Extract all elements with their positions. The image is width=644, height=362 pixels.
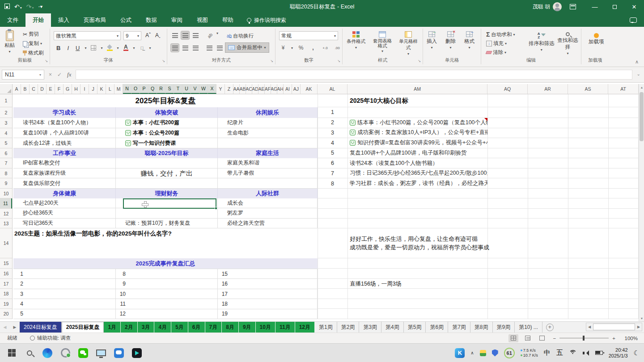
zoom-level[interactable]: 100% xyxy=(621,336,638,341)
taskbar-icon[interactable] xyxy=(128,344,146,362)
goal-row[interactable]: 6 读书24本（读复盘100个人物书籍） xyxy=(318,158,639,168)
section-header[interactable]: 家庭生活 xyxy=(218,148,318,158)
sheet-tab[interactable]: 8月 xyxy=(222,322,239,333)
cell[interactable]: 七点早起200天 xyxy=(13,198,116,208)
grow-font-button[interactable]: Aˆ xyxy=(144,31,152,39)
clipboard-dialog-launcher[interactable]: ↘ xyxy=(45,59,48,63)
vertical-scroll-thumb[interactable] xyxy=(640,92,644,141)
row-header[interactable]: 18 xyxy=(0,289,12,299)
cell[interactable] xyxy=(116,208,218,218)
sheet-tab[interactable]: 4月 xyxy=(154,322,171,333)
column-header[interactable]: E xyxy=(47,84,55,94)
sheet-tab[interactable]: 3月 xyxy=(138,322,155,333)
cell[interactable]: 读书24本（复盘100个人物） xyxy=(13,118,116,128)
tray-expand-icon[interactable]: ∧ xyxy=(470,350,474,355)
taskbar-icon[interactable] xyxy=(74,344,92,362)
decrease-decimal-button[interactable]: .00 xyxy=(333,44,341,52)
align-middle-button[interactable] xyxy=(181,31,189,39)
column-header[interactable]: W xyxy=(199,84,208,94)
font-dialog-launcher[interactable]: ↘ xyxy=(162,59,165,63)
insert-cells-button[interactable]: ← 插入▾ xyxy=(425,30,439,51)
cpu-temp-indicator[interactable]: 61 xyxy=(504,348,515,358)
column-header[interactable]: Y xyxy=(216,84,225,94)
phonetic-button[interactable]: 변̲ xyxy=(138,44,146,52)
sheet-tab[interactable]: 7月 xyxy=(205,322,222,333)
cell[interactable]: IP创富私教交付 xyxy=(13,158,116,168)
paste-button[interactable]: 粘贴▾ xyxy=(3,29,17,55)
cell[interactable]: 本事：小红书200篇 xyxy=(116,118,218,128)
column-header[interactable]: P xyxy=(140,84,148,94)
cell[interactable]: 3 xyxy=(13,289,116,299)
column-header[interactable]: AK xyxy=(301,84,318,94)
close-button[interactable]: ✕ xyxy=(624,0,644,13)
column-header[interactable]: AC xyxy=(246,84,252,94)
row-header[interactable]: 4 xyxy=(0,128,12,138)
vertical-scrollbar[interactable]: ▲ ▼ xyxy=(639,84,644,321)
column-header[interactable]: I xyxy=(80,84,89,94)
active-cell-selection[interactable] xyxy=(123,198,216,209)
column-header[interactable]: AR xyxy=(528,84,568,94)
cell[interactable]: 生命电影 xyxy=(218,128,318,138)
scroll-right-icon[interactable]: ▶ xyxy=(636,325,642,329)
autosum-button[interactable]: Σ自动求和▾ xyxy=(485,30,516,38)
column-header[interactable]: AG xyxy=(271,84,277,94)
sheet-tab[interactable]: 第7周 xyxy=(448,322,470,333)
column-header[interactable]: V xyxy=(191,84,199,94)
cell[interactable]: 15 xyxy=(218,269,318,278)
cell[interactable]: 1 xyxy=(13,269,116,278)
cell[interactable] xyxy=(218,178,318,188)
percent-style-button[interactable]: % xyxy=(297,44,305,52)
row-header[interactable]: 17 xyxy=(0,279,12,289)
column-header[interactable]: AH xyxy=(277,84,284,94)
number-format-combo[interactable]: 常规▾ xyxy=(279,31,338,40)
underline-button[interactable]: U xyxy=(74,45,81,51)
cell[interactable]: 19 xyxy=(218,309,318,319)
goal-row[interactable]: 8 学习社群：成长会，粥左罗，读书（经典），必经之路天空营 xyxy=(318,178,639,189)
sheet-tab[interactable]: 1月 xyxy=(104,322,121,333)
sheet-tab[interactable]: 第10) ... xyxy=(515,322,542,333)
cell[interactable]: 纪录片 xyxy=(218,118,318,128)
goal-row[interactable]: 4 知识付费课=复盘创富30讲卖99元，视频号+公众号+小宇宙 xyxy=(318,138,639,148)
sheet-tab[interactable]: 11月 xyxy=(275,322,295,333)
select-all-corner[interactable] xyxy=(0,84,13,94)
sheet-tab[interactable]: 第9周 xyxy=(493,322,515,333)
column-header[interactable]: S xyxy=(165,84,174,94)
taskbar-icon[interactable] xyxy=(21,344,38,362)
ribbon-display-options-icon[interactable] xyxy=(570,4,576,9)
sheet-tab[interactable]: 第1周 xyxy=(315,322,337,333)
row-header[interactable]: 2 xyxy=(0,107,12,118)
row-header[interactable]: 6 xyxy=(0,148,12,158)
minimize-button[interactable]: — xyxy=(585,0,605,13)
sort-filter-button[interactable]: AZ 排序和筛选▾ xyxy=(527,31,556,53)
column-header[interactable]: D xyxy=(38,84,47,94)
goal-row[interactable]: 3 成功案例：复盘家族10人+IP3人），公众号专栏+直播访谈 xyxy=(318,128,639,138)
menu-tab[interactable]: 开始 xyxy=(25,13,51,27)
clear-button[interactable]: 清除▾ xyxy=(485,49,516,56)
column-header[interactable]: AB xyxy=(240,84,246,94)
column-header[interactable]: N xyxy=(123,84,131,94)
cell[interactable]: 写日记365天 xyxy=(13,219,116,228)
collapse-ribbon-icon[interactable]: ∧ xyxy=(635,59,639,65)
sheet-nav-prev-icon[interactable]: ◀ xyxy=(0,322,10,333)
column-header[interactable]: R xyxy=(157,84,165,94)
taskbar-icon[interactable] xyxy=(110,344,128,362)
goal-row[interactable]: 5 复盘100讲+个人品牌100讲，电子版和印刷验货 xyxy=(318,148,639,158)
cell[interactable]: 10 xyxy=(116,289,218,299)
sheet-tab[interactable]: 第4周 xyxy=(381,322,404,333)
live-note-cell[interactable]: 直播156场，一周3场 xyxy=(350,280,401,288)
find-select-button[interactable]: 查找和选择▾ xyxy=(555,31,581,56)
cell[interactable]: 复盘家族课程升级 xyxy=(13,168,116,178)
row-header[interactable]: 13 xyxy=(0,219,12,228)
sheet-tab[interactable]: 9月 xyxy=(239,322,256,333)
sheet-tab[interactable]: 第5周 xyxy=(404,322,426,333)
styles-dialog-launcher[interactable]: ↘ xyxy=(418,59,421,63)
column-header[interactable]: O xyxy=(131,84,140,94)
row-header[interactable]: 9 xyxy=(0,178,12,189)
sheet-tab[interactable]: 2025目标复盘 xyxy=(62,322,104,333)
column-header[interactable]: AM xyxy=(347,84,487,94)
column-header[interactable]: M xyxy=(114,84,123,94)
accounting-format-button[interactable]: ¥ xyxy=(279,44,287,52)
column-header[interactable]: AS xyxy=(568,84,608,94)
cell[interactable]: 18 xyxy=(218,299,318,308)
number-dialog-launcher[interactable]: ↘ xyxy=(337,59,340,63)
